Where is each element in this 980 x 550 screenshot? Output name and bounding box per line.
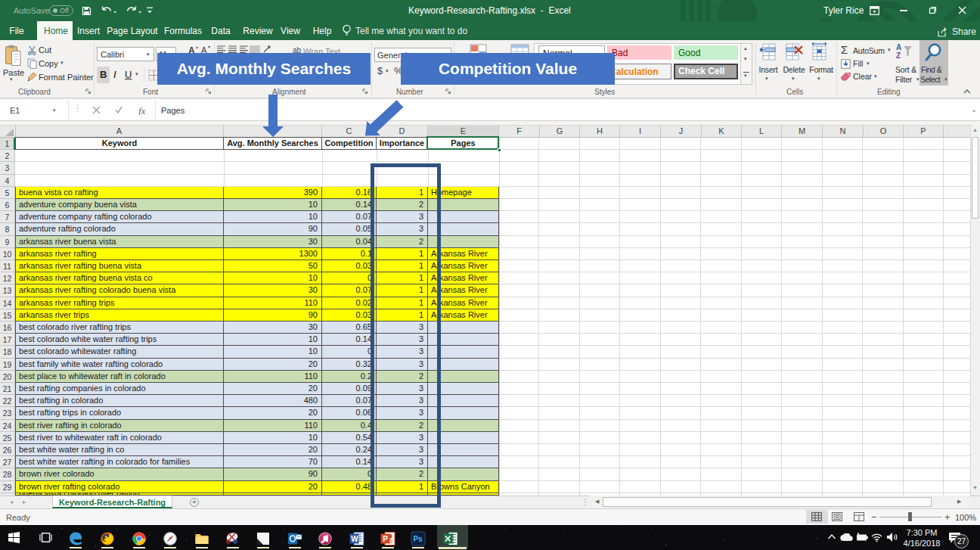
svg-text:P: P xyxy=(383,535,388,543)
svg-text:Ps: Ps xyxy=(413,535,423,543)
svg-text:Z: Z xyxy=(896,51,901,60)
svg-text:fx: fx xyxy=(138,106,146,115)
svg-text:A: A xyxy=(896,43,901,51)
svg-text:W: W xyxy=(351,535,358,543)
